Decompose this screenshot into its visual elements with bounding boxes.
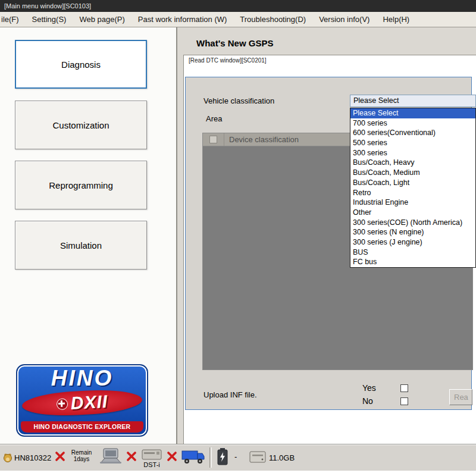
dropdown-option[interactable]: 300 series(COE) (North America)	[350, 218, 475, 228]
battery-icon	[217, 447, 228, 465]
window-titlebar: [Main menu window][SC0103]	[0, 0, 476, 12]
logo-tagline: HINO DIAGNOSTIC EXPLORER	[21, 421, 143, 433]
dropdown-option[interactable]: 300 series (J engine)	[350, 237, 475, 248]
dropdown-option[interactable]: Bus/Coach, Medium	[350, 168, 475, 178]
truck-icon	[181, 449, 205, 465]
dropdown-option[interactable]: 300 series	[350, 148, 475, 158]
logo-brand-text: HINO	[17, 366, 147, 391]
menu-troubleshooting[interactable]: Troubleshooting(D)	[233, 15, 312, 24]
yes-label: Yes	[362, 383, 376, 393]
dropdown-option[interactable]: BUS	[350, 248, 475, 258]
select-all-checkbox[interactable]	[209, 136, 217, 143]
logo-dx2-band: DXII	[21, 388, 143, 418]
laptop-icon	[99, 448, 123, 465]
remain-label: Remain	[68, 449, 95, 456]
vehicle-classification-combobox[interactable]: Please Select	[350, 95, 476, 107]
dropdown-option[interactable]: Retro	[350, 188, 475, 198]
dropdown-option[interactable]: Industrial Engine	[350, 198, 475, 208]
dropdown-option[interactable]: Bus/Coach, Light	[350, 178, 475, 188]
dropdown-option[interactable]: Please Select	[350, 108, 475, 118]
menu-file[interactable]: ile(F)	[0, 15, 26, 24]
menu-version-info[interactable]: Version info(V)	[312, 15, 376, 24]
menubar: ile(F) Setting(S) Web page(P) Past work …	[0, 12, 476, 27]
menu-help[interactable]: Help(H)	[376, 15, 416, 24]
bottom-strip	[0, 471, 476, 476]
dropdown-option[interactable]: 500 series	[350, 138, 475, 148]
menu-past-work-information[interactable]: Past work information (W)	[131, 15, 234, 24]
hdd-icon	[249, 450, 267, 464]
vehicle-classification-label: Vehicle classification	[203, 96, 274, 105]
error-x-icon	[55, 451, 65, 462]
menu-setting[interactable]: Setting(S)	[26, 15, 73, 24]
simulation-button[interactable]: Simulation	[15, 221, 147, 270]
reprogramming-button[interactable]: Reprogramming	[15, 161, 147, 209]
menu-web-page[interactable]: Web page(P)	[73, 15, 131, 24]
statusbar-separator	[209, 447, 212, 468]
area-label: Area	[206, 114, 222, 123]
left-nav-panel: Diagnosis Customization Reprogramming Si…	[0, 27, 177, 444]
dropdown-option[interactable]: Other	[350, 208, 475, 218]
cross-icon	[56, 398, 68, 410]
remain-days-value: 1days	[68, 456, 95, 462]
no-label: No	[362, 396, 373, 406]
table-column-header: Device classification	[224, 133, 299, 146]
dst-label: DST-i	[138, 462, 165, 468]
remain-days-text: Remain 1days	[68, 449, 95, 462]
window-title: [Main menu window][SC0103]	[4, 2, 91, 10]
dropdown-option[interactable]: FC bus	[350, 257, 475, 267]
device-id-text: HN810322	[14, 453, 51, 462]
dst-device-icon	[141, 447, 162, 462]
select-all-cell	[203, 133, 224, 146]
customization-button[interactable]: Customization	[15, 101, 147, 149]
dropdown-option[interactable]: Bus/Coach, Heavy	[350, 158, 475, 168]
disk-space-text: 11.0GB	[269, 453, 295, 462]
hino-dx2-logo: HINO DXII HINO DIAGNOSTIC EXPLORER	[16, 364, 148, 437]
dropdown-option[interactable]: 300 series (N engine)	[350, 227, 475, 237]
page-title: What's New GSPS	[196, 38, 273, 48]
statusbar: HN810322 Remain 1days DST-i	[0, 444, 476, 471]
battery-status-dash: -	[234, 452, 237, 461]
error-x-icon	[126, 451, 137, 462]
read-button[interactable]: Rea	[449, 389, 472, 405]
logo-product-text: DXII	[70, 392, 108, 414]
app-window: [Main menu window][SC0103] ile(F) Settin…	[0, 0, 476, 476]
error-x-icon	[167, 451, 177, 462]
yes-checkbox[interactable]	[400, 384, 408, 392]
dropdown-option[interactable]: 600 series(Conventional)	[350, 128, 475, 138]
no-checkbox[interactable]	[400, 397, 408, 405]
dropdown-option[interactable]: 700 series	[350, 118, 475, 129]
diagnosis-button[interactable]: Diagnosis	[15, 40, 147, 89]
upload-inf-label: Upload INF file.	[203, 390, 257, 399]
vehicle-classification-dropdown-list: Please Select 700 series 600 series(Conv…	[350, 108, 476, 268]
mascot-icon	[2, 452, 13, 463]
subwindow-title: [Read DTC window][SC0201]	[189, 57, 267, 64]
